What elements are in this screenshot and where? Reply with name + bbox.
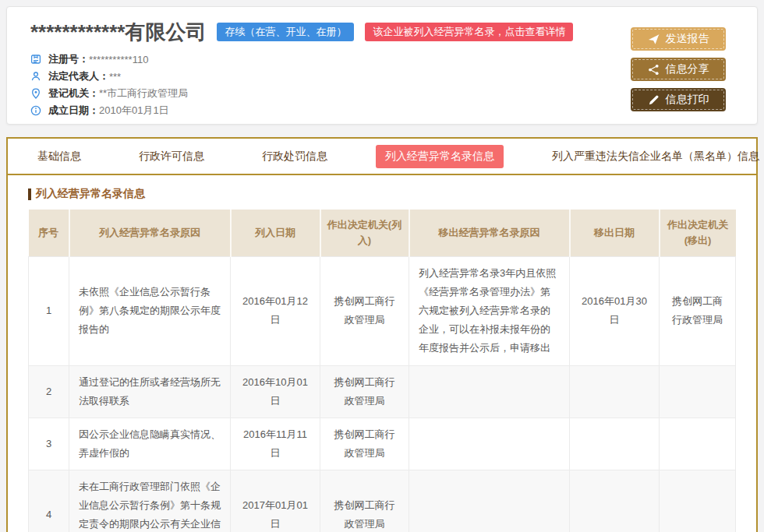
send-report-button[interactable]: 发送报告: [631, 27, 726, 51]
share-info-button[interactable]: 信息分享: [631, 58, 726, 81]
column-header: 作出决定机关(列入): [320, 210, 409, 257]
company-title-row: ************有限公司 存续（在营、开业、在册） 该企业被列入经营异常…: [30, 19, 735, 44]
company-header-card: ************有限公司 存续（在营、开业、在册） 该企业被列入经营异常…: [6, 6, 758, 125]
info-label: 成立日期：: [48, 104, 99, 118]
section-title-bar-icon: [28, 188, 31, 200]
table-cell: [409, 417, 570, 470]
table-row: 4未在工商行政管理部门依照《企业信息公示暂行条例》第十条规定责令的期限内公示有关…: [29, 470, 736, 532]
license-icon: [30, 54, 42, 65]
tab-admin-license[interactable]: 行政许可信息: [129, 145, 214, 168]
table-cell: [570, 470, 660, 532]
header-actions: 发送报告信息分享信息打印: [631, 27, 726, 111]
table-cell: 2: [29, 365, 69, 417]
paper-plane-icon: [648, 33, 660, 45]
table-cell: 4: [29, 470, 69, 532]
info-label: 注册号：: [48, 52, 89, 66]
action-button-label: 信息打印: [666, 93, 709, 107]
info-value: **市工商行政管理局: [99, 86, 188, 100]
company-name: ************有限公司: [30, 19, 206, 44]
info-value: 2010年01月1日: [99, 104, 169, 118]
action-button-label: 发送报告: [666, 32, 709, 46]
table-row: 3因公示企业信息隐瞒真实情况、弄虚作假的2016年11月11日携创网工商行政管理…: [29, 417, 736, 470]
tab-basic-info[interactable]: 基础信息: [28, 145, 90, 168]
column-header: 序号: [29, 210, 69, 257]
tab-blacklist[interactable]: 列入严重违法失信企业名单（黑名单）信息: [543, 145, 764, 168]
table-cell: 因公示企业信息隐瞒真实情况、弄虚作假的: [69, 417, 231, 470]
company-info-row: 成立日期：2010年01月1日: [30, 102, 735, 119]
table-cell: 携创网工商行政管理局: [320, 470, 409, 532]
location-pin-icon: [30, 88, 42, 100]
table-cell: 2017年01月01日: [231, 470, 320, 532]
print-info-button[interactable]: 信息打印: [631, 88, 726, 111]
abnormal-alert-badge[interactable]: 该企业被列入经营异常名录，点击查看详情: [365, 23, 573, 41]
abnormal-records-table: 序号列入经营异常名录原因列入日期作出决定机关(列入)移出经营异常名录原因移出日期…: [28, 210, 736, 532]
column-header: 移出日期: [570, 210, 660, 257]
info-label: 登记机关：: [48, 86, 99, 100]
table-cell: [570, 417, 660, 470]
table-cell: 3: [29, 417, 69, 470]
column-header: 作出决定机关(移出): [660, 210, 736, 257]
company-info-row: 登记机关：**市工商行政管理局: [30, 85, 735, 102]
info-value: ***********110: [89, 54, 148, 65]
table-cell: [660, 417, 736, 470]
info-value: ***: [109, 71, 121, 83]
tab-bar: 基础信息行政许可信息行政处罚信息列入经营异常名录信息列入严重违法失信企业名单（黑…: [8, 139, 756, 175]
table-cell: 2016年10月01日: [231, 365, 320, 417]
table-cell: 携创网工商行政管理局: [320, 257, 409, 365]
tab-abnormal-list[interactable]: 列入经营异常名录信息: [376, 145, 504, 168]
column-header: 移出经营异常名录原因: [409, 210, 570, 257]
table-cell: 2016年01月12日: [231, 257, 320, 365]
table-cell: [409, 470, 570, 532]
table-cell: [409, 365, 570, 417]
table-cell: 携创网工商行政管理局: [320, 417, 409, 470]
table-cell: 2016年11月11日: [231, 417, 320, 470]
company-info-list: 注册号：***********110法定代表人：***登记机关：**市工商行政管…: [30, 51, 735, 119]
main-panel: 基础信息行政许可信息行政处罚信息列入经营异常名录信息列入严重违法失信企业名单（黑…: [6, 137, 758, 532]
table-cell: 携创网工商行政管理局: [660, 257, 736, 365]
column-header: 列入日期: [231, 210, 320, 257]
table-cell: [660, 470, 736, 532]
table-body: 1未依照《企业信息公示暂行条例》第八条规定的期限公示年度报告的2016年01月1…: [29, 257, 736, 532]
table-cell: [570, 365, 660, 417]
pencil-icon: [648, 94, 660, 106]
status-badge: 存续（在营、开业、在册）: [217, 23, 354, 41]
panel-content: 列入经营异常名录信息 序号列入经营异常名录原因列入日期作出决定机关(列入)移出经…: [8, 175, 756, 532]
section-title: 列入经营异常名录信息: [28, 187, 736, 201]
person-icon: [30, 71, 42, 83]
table-cell: 列入经营异常名录3年内且依照《经营异常名录管理办法》第六规定被列入经营异常名录的…: [409, 257, 570, 365]
section-title-text: 列入经营异常名录信息: [36, 187, 145, 201]
table-row: 1未依照《企业信息公示暂行条例》第八条规定的期限公示年度报告的2016年01月1…: [29, 257, 736, 365]
table-cell: 未在工商行政管理部门依照《企业信息公示暂行条例》第十条规定责令的期限内公示有关企…: [69, 470, 231, 532]
table-cell: 通过登记的住所或者经营场所无法取得联系: [69, 365, 231, 417]
table-cell: 未依照《企业信息公示暂行条例》第八条规定的期限公示年度报告的: [69, 257, 231, 365]
company-info-row: 注册号：***********110: [30, 51, 735, 68]
info-label: 法定代表人：: [48, 69, 109, 83]
table-cell: 携创网工商行政管理局: [320, 365, 409, 417]
table-cell: [660, 365, 736, 417]
table-header-row: 序号列入经营异常名录原因列入日期作出决定机关(列入)移出经营异常名录原因移出日期…: [29, 210, 736, 257]
table-cell: 2016年01月30日: [570, 257, 660, 365]
company-info-row: 法定代表人：***: [30, 68, 735, 85]
share-icon: [648, 64, 660, 76]
action-button-label: 信息分享: [666, 62, 709, 76]
column-header: 列入经营异常名录原因: [69, 210, 231, 257]
info-icon: [30, 105, 42, 117]
tab-admin-penalty[interactable]: 行政处罚信息: [253, 145, 337, 168]
table-cell: 1: [29, 257, 69, 365]
table-row: 2通过登记的住所或者经营场所无法取得联系2016年10月01日携创网工商行政管理…: [29, 365, 736, 417]
